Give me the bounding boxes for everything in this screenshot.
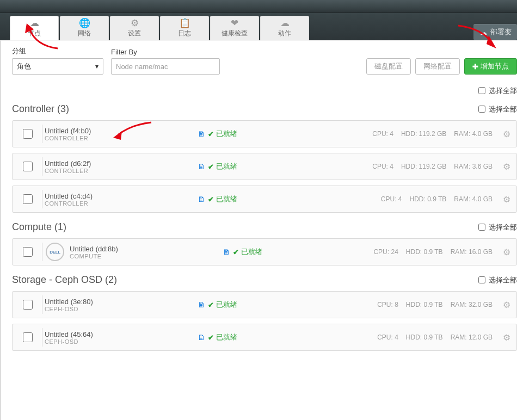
deploy-button[interactable]: ☁ 部署变 — [473, 24, 517, 40]
node-role: CONTROLLER — [45, 135, 195, 141]
filterby-label: Filter By — [111, 48, 220, 56]
node-name[interactable]: Untitled (dd:8b) — [70, 245, 220, 253]
node-row: Untitled (45:64) CEPH-OSD 🗎 ✔ 已就绪 CPU: 4… — [12, 324, 517, 351]
check-icon: ✔ — [208, 163, 214, 171]
group-select-all: 选择全部 — [476, 222, 517, 232]
group-select[interactable]: 角色 ▾ — [12, 58, 103, 75]
tab-label: 节点 — [28, 29, 41, 38]
node-name[interactable]: Untitled (3e:80) — [45, 298, 195, 306]
group-select-all-label: 选择全部 — [489, 223, 517, 232]
node-hardware: CPU: 4HDD: 0.9 TBRAM: 4.0 GB — [273, 195, 497, 203]
node-hardware: CPU: 4HDD: 119.2 GBRAM: 4.0 GB — [273, 130, 497, 138]
node-group: Compute (1) 选择全部 DELL Untitled (dd:8b) C… — [12, 218, 517, 265]
group-select-all: 选择全部 — [476, 275, 517, 285]
node-name[interactable]: Untitled (45:64) — [45, 330, 195, 338]
node-group: Controller (3) 选择全部 Untitled (f4:b0) CON… — [12, 100, 517, 213]
document-icon[interactable]: 🗎 — [195, 300, 208, 309]
node-name[interactable]: Untitled (d6:2f) — [45, 159, 195, 168]
node-checkbox[interactable] — [23, 300, 33, 310]
network-config-button[interactable]: 网络配置 — [415, 58, 460, 75]
add-node-label: 增加节点 — [481, 61, 509, 71]
group-select-all-checkbox[interactable] — [478, 224, 485, 231]
node-role: CEPH-OSD — [45, 338, 195, 345]
node-checkbox[interactable] — [23, 247, 33, 257]
disk-config-button[interactable]: 磁盘配置 — [366, 58, 411, 75]
gear-icon[interactable]: ⚙ — [497, 300, 516, 310]
node-hardware: CPU: 4HDD: 0.9 TBRAM: 12.0 GB — [273, 333, 497, 341]
vendor-logo: DELL — [46, 243, 64, 261]
node-hardware: CPU: 24HDD: 0.9 TBRAM: 16.0 GB — [298, 248, 497, 256]
check-icon: ✔ — [208, 301, 214, 309]
filter-input[interactable] — [111, 58, 220, 75]
check-icon: ✔ — [208, 195, 214, 203]
gear-icon[interactable]: ⚙ — [497, 332, 516, 343]
tab-icon: ☁ — [30, 18, 39, 28]
add-node-button[interactable]: ✚ 增加节点 — [464, 58, 517, 75]
tab-label: 健康检查 — [221, 29, 248, 38]
node-status: ✔ 已就绪 — [208, 162, 273, 171]
gear-icon[interactable]: ⚙ — [497, 162, 516, 172]
node-status: ✔ 已就绪 — [208, 332, 273, 342]
node-checkbox[interactable] — [23, 162, 33, 171]
node-role: CONTROLLER — [45, 168, 195, 174]
node-role: CEPH-OSD — [45, 306, 195, 312]
group-title: Compute (1) — [12, 221, 66, 233]
select-all-top: 选择全部 — [12, 85, 517, 96]
group-select-all-label: 选择全部 — [489, 104, 517, 114]
tab-icon: ❤ — [231, 18, 238, 28]
group-select-all-checkbox[interactable] — [478, 106, 485, 113]
tab-0[interactable]: ☁ 节点 — [10, 16, 59, 40]
cloud-upload-icon: ☁ — [480, 28, 487, 36]
tab-4[interactable]: ❤ 健康检查 — [210, 16, 259, 40]
node-logo-cell: DELL — [42, 243, 67, 261]
tab-5[interactable]: ☁ 动作 — [260, 16, 309, 40]
node-status: ✔ 已就绪 — [208, 129, 273, 139]
network-config-label: 网络配置 — [423, 61, 452, 71]
select-all-top-checkbox[interactable] — [478, 87, 485, 94]
tabbar: ☁ 节点 🌐 网络 ⚙ 设置 📋 日志 ❤ 健康检查 ☁ 动作 ☁ 部署变 — [0, 13, 517, 40]
document-icon[interactable]: 🗎 — [195, 333, 208, 342]
node-checkbox[interactable] — [23, 129, 33, 139]
deploy-button-label: 部署变 — [490, 27, 512, 37]
filter-row: 分组 角色 ▾ Filter By 磁盘配置 网络配置 ✚ 增加节点 — [12, 46, 517, 75]
tab-label: 动作 — [278, 29, 291, 38]
check-icon: ✔ — [233, 248, 239, 256]
node-status: ✔ 已就绪 — [208, 194, 273, 204]
group-label: 分组 — [12, 46, 103, 56]
tab-label: 设置 — [128, 29, 141, 38]
tab-icon: 📋 — [179, 18, 190, 28]
document-icon[interactable]: 🗎 — [195, 195, 208, 203]
document-icon[interactable]: 🗎 — [195, 162, 208, 171]
page-body: 分组 角色 ▾ Filter By 磁盘配置 网络配置 ✚ 增加节点 选择全部 … — [0, 40, 517, 420]
tab-label: 网络 — [78, 29, 91, 38]
node-row: Untitled (3e:80) CEPH-OSD 🗎 ✔ 已就绪 CPU: 8… — [12, 291, 517, 318]
node-status: ✔ 已就绪 — [208, 300, 273, 310]
disk-config-label: 磁盘配置 — [374, 61, 403, 71]
gear-icon[interactable]: ⚙ — [497, 194, 516, 205]
group-select-all-label: 选择全部 — [489, 275, 517, 285]
node-row: Untitled (d6:2f) CONTROLLER 🗎 ✔ 已就绪 CPU:… — [12, 153, 517, 180]
tab-1[interactable]: 🌐 网络 — [60, 16, 109, 40]
node-row: Untitled (c4:d4) CONTROLLER 🗎 ✔ 已就绪 CPU:… — [12, 186, 517, 213]
plus-icon: ✚ — [472, 63, 478, 71]
tab-3[interactable]: 📋 日志 — [160, 16, 209, 40]
group-select-all-checkbox[interactable] — [478, 276, 485, 283]
document-icon[interactable]: 🗎 — [195, 129, 208, 138]
tab-icon: 🌐 — [79, 18, 90, 28]
node-row: DELL Untitled (dd:8b) COMPUTE 🗎 ✔ 已就绪 CP… — [12, 238, 517, 265]
node-name[interactable]: Untitled (f4:b0) — [45, 127, 195, 135]
tab-label: 日志 — [178, 29, 191, 38]
tab-2[interactable]: ⚙ 设置 — [110, 16, 159, 40]
document-icon[interactable]: 🗎 — [220, 248, 233, 256]
node-hardware: CPU: 8HDD: 0.9 TBRAM: 32.0 GB — [273, 301, 497, 308]
group-title: Storage - Ceph OSD (2) — [12, 274, 117, 286]
gear-icon[interactable]: ⚙ — [497, 247, 516, 257]
node-name[interactable]: Untitled (c4:d4) — [45, 192, 195, 200]
group-select-all: 选择全部 — [476, 104, 517, 114]
node-checkbox[interactable] — [23, 332, 33, 342]
gear-icon[interactable]: ⚙ — [497, 129, 516, 139]
node-checkbox[interactable] — [23, 194, 33, 204]
tab-icon: ☁ — [280, 18, 290, 28]
group-title: Controller (3) — [12, 103, 69, 115]
group-select-value: 角色 — [17, 61, 31, 71]
